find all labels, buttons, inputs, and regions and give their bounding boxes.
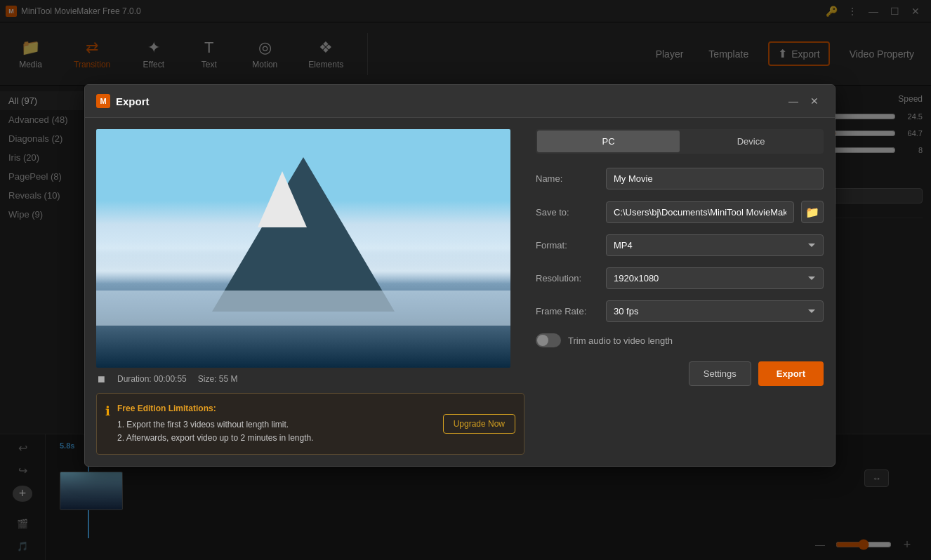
name-input[interactable] [606, 168, 824, 189]
warning-title: Free Edition Limitations: [117, 402, 314, 415]
warning-text: Free Edition Limitations: 1. Export the … [117, 402, 314, 446]
frame-rate-select[interactable]: 30 fps [606, 300, 824, 322]
resolution-row: Resolution: 1920x1080 [536, 267, 824, 289]
format-select[interactable]: MP4 [606, 234, 824, 256]
modal-title: M Export [96, 94, 150, 108]
preview-image [96, 129, 510, 368]
frame-rate-label: Frame Rate: [536, 306, 599, 316]
browse-button[interactable]: 📁 [801, 201, 824, 223]
tab-device[interactable]: Device [680, 131, 822, 152]
warning-box: ℹ Free Edition Limitations: 1. Export th… [96, 393, 524, 455]
save-path-input[interactable] [606, 201, 794, 223]
trim-audio-row: Trim audio to video length [536, 333, 824, 347]
device-tab-group: PC Device [536, 129, 824, 154]
mountain-snow [258, 171, 307, 227]
format-row: Format: MP4 [536, 234, 824, 256]
form-actions: Settings Export [536, 361, 824, 386]
preview-info: ⏹ Duration: 00:00:55 Size: 55 M [96, 373, 524, 385]
modal-logo: M [96, 94, 110, 108]
trim-audio-toggle[interactable] [536, 333, 561, 347]
settings-button[interactable]: Settings [689, 361, 751, 386]
resolution-label: Resolution: [536, 273, 599, 284]
modal-header: M Export — ✕ [85, 85, 835, 118]
duration-icon: ⏹ [96, 373, 106, 385]
upgrade-now-button[interactable]: Upgrade Now [443, 414, 515, 434]
export-form: PC Device Name: Save to: 📁 Format: [536, 129, 824, 455]
format-label: Format: [536, 240, 599, 251]
tab-pc[interactable]: PC [537, 131, 680, 152]
name-label: Name: [536, 173, 599, 184]
warning-line1: 1. Export the first 3 videos without len… [117, 418, 314, 432]
size-label: Size: 55 M [198, 374, 238, 384]
modal-controls: — ✕ [784, 92, 824, 110]
save-to-row: Save to: 📁 [536, 201, 824, 223]
modal-overlay: M Export — ✕ [0, 0, 931, 560]
mist-layer [96, 291, 510, 326]
resolution-select[interactable]: 1920x1080 [606, 267, 824, 289]
modal-close-button[interactable]: ✕ [805, 92, 824, 110]
modal-title-text: Export [116, 95, 150, 107]
modal-minimize-button[interactable]: — [784, 92, 803, 110]
name-row: Name: [536, 168, 824, 189]
duration-label: Duration: 00:00:55 [117, 374, 187, 384]
frame-rate-row: Frame Rate: 30 fps [536, 300, 824, 322]
warning-line2: 2. Afterwards, export video up to 2 minu… [117, 432, 314, 445]
toggle-knob [537, 335, 548, 346]
export-action-button[interactable]: Export [758, 361, 824, 386]
export-modal: M Export — ✕ [84, 84, 836, 467]
save-to-label: Save to: [536, 207, 599, 218]
trim-audio-label: Trim audio to video length [568, 335, 673, 346]
preview-area: ⏹ Duration: 00:00:55 Size: 55 M ℹ Free E… [96, 129, 524, 455]
warning-icon: ℹ [105, 404, 110, 446]
modal-body: ⏹ Duration: 00:00:55 Size: 55 M ℹ Free E… [85, 118, 835, 466]
